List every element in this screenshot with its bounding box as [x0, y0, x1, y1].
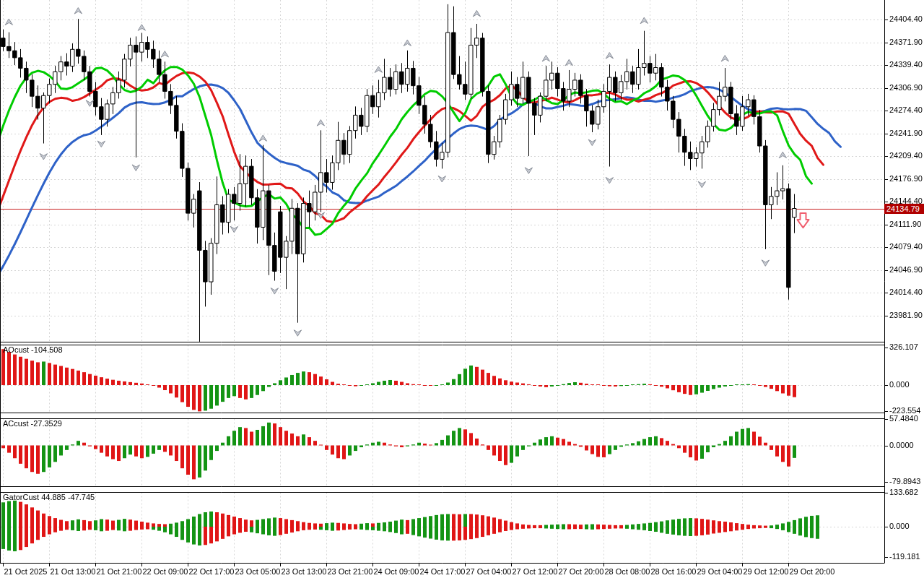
price-tick-label: 24404.40	[889, 14, 923, 23]
price-tick-label: 24144.40	[889, 197, 923, 205]
price-tick-label: 23981.90	[889, 311, 923, 319]
time-tick-label: 22 Oct 09:00	[143, 567, 188, 576]
price-tick-label: 0.0000	[889, 441, 914, 449]
time-tick-label: 27 Oct 12:00	[513, 567, 558, 576]
price-tick-label: 0.000	[889, 522, 910, 530]
price-tick-label: 24176.90	[889, 174, 923, 183]
price-tick-label: 24371.90	[889, 38, 923, 46]
time-tick-label: 21 Oct 2025	[4, 567, 48, 576]
price-tick-label: 24339.40	[889, 60, 923, 69]
time-tick-label: 28 Oct 08:00	[605, 567, 650, 576]
time-tick-label: 28 Oct 16:00	[651, 567, 697, 576]
time-tick-label: 21 Oct 13:00	[51, 567, 96, 576]
time-tick-label: 21 Oct 21:00	[97, 567, 142, 576]
chart-canvas[interactable]	[0, 0, 924, 578]
price-tick-label: 24241.90	[889, 129, 923, 137]
time-tick-label: 23 Oct 13:00	[282, 567, 327, 576]
time-tick-label: 27 Oct 04:00	[466, 567, 512, 576]
time-tick-label: 29 Oct 04:00	[697, 567, 743, 576]
indicator-label-gatorcust: GatorCust 44.885 -47.745	[3, 493, 95, 501]
indicator-label-accust: ACcust -27.3529	[3, 419, 62, 428]
time-tick-label: 29 Oct 12:00	[744, 567, 789, 576]
time-tick-label: 22 Oct 17:00	[189, 567, 235, 576]
time-tick-label: 23 Oct 05:00	[235, 567, 281, 576]
price-tick-label: 24306.90	[889, 83, 923, 92]
price-tick-label: -79.8943	[889, 477, 920, 486]
price-tick-label: 24046.90	[889, 265, 923, 274]
time-tick-label: 23 Oct 21:00	[328, 567, 373, 576]
time-tick-label: 27 Oct 20:00	[559, 567, 604, 576]
time-tick-label: 24 Oct 09:00	[374, 567, 419, 576]
price-tick-label: 0.000	[889, 380, 910, 389]
price-tick-label: 24274.40	[889, 105, 923, 114]
price-tick-label: 57.4840	[889, 414, 918, 423]
current-price-badge: 24134.79	[884, 204, 924, 214]
trading-chart-window: AOcust -104.508 ACcust -27.3529 GatorCus…	[0, 0, 924, 578]
price-tick-label: -119.181	[889, 552, 920, 561]
price-tick-label: 24111.90	[889, 220, 921, 228]
price-tick-label: 24209.40	[889, 151, 923, 160]
price-tick-label: 24079.40	[889, 242, 923, 251]
price-tick-label: 133.682	[889, 488, 918, 496]
price-tick-label: 326.107	[889, 342, 918, 351]
time-tick-label: 24 Oct 17:00	[420, 567, 466, 576]
indicator-label-aocust: AOcust -104.508	[3, 345, 63, 354]
time-tick-label: 29 Oct 20:00	[790, 567, 835, 576]
price-tick-label: 24014.40	[889, 288, 923, 296]
